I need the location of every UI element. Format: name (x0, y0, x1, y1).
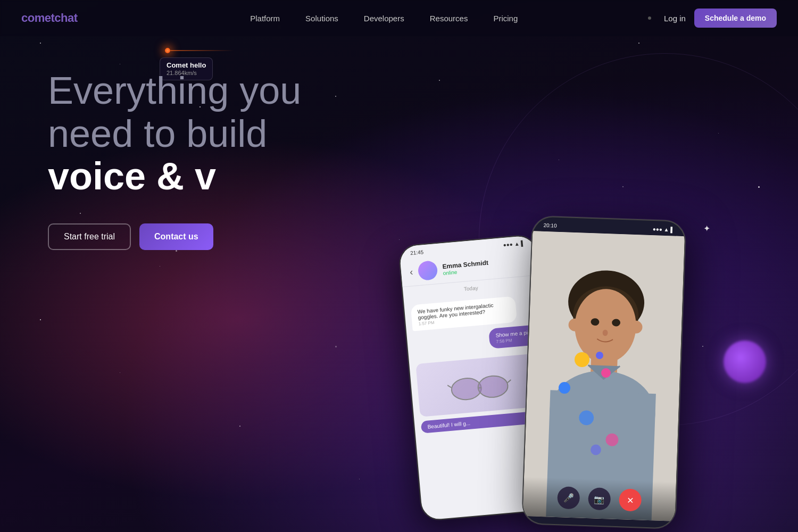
logo[interactable]: cometchat (21, 11, 78, 25)
hero-section: Everything you need to build voice & v S… (48, 69, 301, 250)
login-button[interactable]: Log in (664, 14, 686, 23)
logo-text-part1: comet (21, 11, 54, 24)
scatter-dot (335, 346, 337, 347)
back-arrow-icon[interactable]: ‹ (409, 267, 413, 278)
scatter-dot (176, 250, 177, 252)
user-avatar (418, 260, 438, 281)
svg-point-0 (451, 377, 482, 401)
phone-time: 21:45 (410, 249, 424, 256)
logo-text-part2: chat (54, 11, 77, 24)
nav-developers[interactable]: Developers (364, 14, 404, 23)
nav-actions: Log in Schedule a demo (648, 9, 777, 28)
float-dot-pink (601, 368, 611, 378)
nav-resources[interactable]: Resources (430, 14, 468, 23)
svg-line-2 (478, 388, 481, 388)
comet-dot (165, 48, 170, 53)
hero-line3: voice & v (48, 155, 301, 198)
svg-point-1 (477, 375, 509, 398)
nav-platform[interactable]: Platform (250, 14, 280, 23)
video-phone-time: 20:10 (543, 222, 556, 229)
video-call-controls: 🎤 📷 ✕ (522, 477, 676, 521)
float-dot-small-blue (596, 352, 603, 359)
video-phone-icons: ●●● ▲ ▌ (653, 226, 675, 232)
end-call-button[interactable]: ✕ (619, 488, 642, 511)
phones-container: 21:45 ●●● ▲ ▌ ‹ Emma Schmidt online Toda… (383, 69, 798, 532)
nav-links: Platform Solutions Developers Resources … (120, 14, 648, 23)
comet-element: Comet hello 21.864km/s (165, 48, 170, 53)
chat-messages: We have funky new intergalactic goggles.… (404, 289, 545, 360)
phone-signal-icons: ●●● ▲ ▌ (503, 240, 525, 248)
hero-line1: Everything you (48, 69, 301, 112)
schedule-demo-button[interactable]: Schedule a demo (694, 9, 777, 28)
svg-line-3 (447, 385, 451, 388)
mute-button[interactable]: 🎤 (557, 486, 580, 509)
nav-solutions[interactable]: Solutions (305, 14, 338, 23)
comet-name: Comet hello (167, 61, 206, 69)
product-sunglasses-icon (446, 367, 513, 404)
hero-buttons: Start free trial Contact us (48, 223, 301, 250)
float-dot-blue (559, 382, 570, 394)
chat-image-product (415, 353, 543, 417)
navbar: cometchat Platform Solutions Developers … (0, 0, 798, 36)
start-free-trial-button[interactable]: Start free trial (48, 223, 131, 250)
float-dot-yellow (575, 352, 589, 367)
nav-pricing[interactable]: Pricing (493, 14, 518, 23)
svg-line-4 (508, 380, 511, 383)
hero-line2: need to build (48, 112, 301, 155)
chat-message-incoming: We have funky new intergalactic goggles.… (411, 296, 518, 331)
chat-user-info: Emma Schmidt online (442, 259, 489, 276)
hero-heading: Everything you need to build voice & v (48, 69, 301, 198)
camera-button[interactable]: 📷 (588, 487, 611, 510)
chat-bottom-text: Beautiful! I will g... (427, 420, 470, 430)
comet-trail (170, 50, 234, 51)
nav-dot-separator (648, 16, 651, 20)
contact-us-button[interactable]: Contact us (139, 223, 213, 250)
